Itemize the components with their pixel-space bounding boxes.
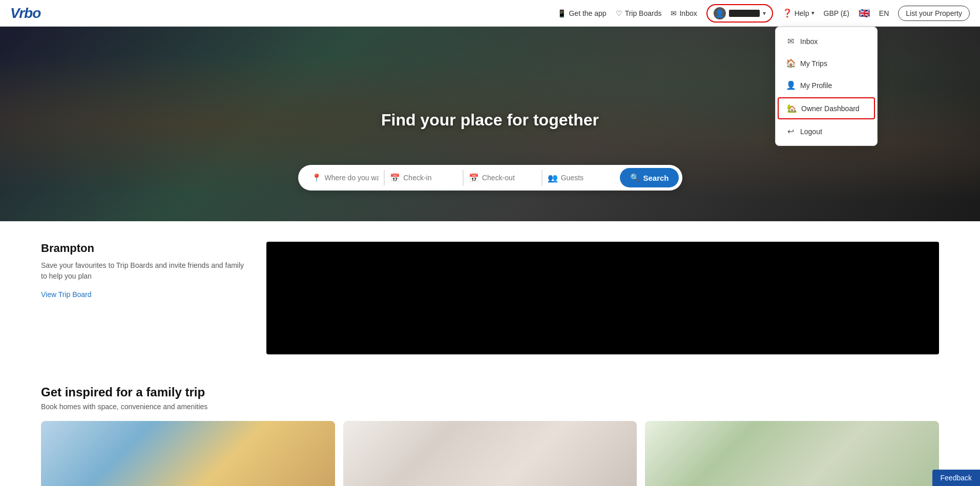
get-app-link[interactable]: 📱 Get the app: [557, 9, 606, 17]
site-header: Vrbo 📱 Get the app ♡ Trip Boards ✉ Inbox…: [0, 0, 980, 27]
trip-board-text: Brampton Save your favourites to Trip Bo…: [41, 242, 246, 299]
inspiration-title: Get inspired for a family trip: [41, 385, 939, 399]
search-bar: 📍 📅 📅 👥 🔍 Search: [298, 165, 682, 191]
chevron-down-icon: ▾: [811, 10, 815, 16]
calendar-icon: 📅: [390, 173, 400, 183]
logout-icon: ↩: [786, 126, 795, 136]
property-card[interactable]: [343, 421, 637, 486]
checkin-input[interactable]: [403, 174, 457, 182]
trip-board-section: Brampton Save your favourites to Trip Bo…: [0, 221, 980, 375]
trip-board-image: [266, 242, 939, 354]
heart-icon: ♡: [616, 9, 622, 17]
avatar: 👤: [714, 7, 726, 19]
checkin-field[interactable]: 📅: [385, 170, 463, 186]
inspiration-section: Get inspired for a family trip Book home…: [0, 375, 980, 486]
guests-icon: 👥: [548, 173, 558, 183]
profile-name-masked: [729, 10, 760, 17]
header-nav: 📱 Get the app ♡ Trip Boards ✉ Inbox 👤 ▾ …: [557, 4, 970, 23]
phone-icon: 📱: [557, 9, 566, 17]
search-button[interactable]: 🔍 Search: [620, 168, 679, 187]
property-card[interactable]: [41, 421, 335, 486]
dropdown-my-trips[interactable]: 🏠 My Trips: [776, 52, 877, 74]
guests-field[interactable]: 👥: [543, 170, 620, 186]
feedback-button[interactable]: Feedback: [932, 470, 980, 486]
profile-icon: 👤: [786, 80, 795, 90]
calendar-icon: 📅: [469, 173, 479, 183]
inbox-link[interactable]: ✉ Inbox: [671, 9, 697, 17]
checkout-input[interactable]: [482, 174, 536, 182]
language-label[interactable]: EN: [879, 9, 889, 17]
inspiration-subtitle: Book homes with space, convenience and a…: [41, 403, 939, 411]
dropdown-owner-dashboard[interactable]: 🏡 Owner Dashboard: [778, 97, 875, 119]
trips-icon: 🏠: [786, 58, 795, 68]
help-circle-icon: ❓: [782, 8, 793, 18]
location-icon: 📍: [311, 173, 322, 183]
help-button[interactable]: ❓ Help ▾: [782, 8, 815, 18]
inbox-icon: ✉: [671, 9, 677, 17]
property-card-image: [343, 421, 637, 486]
profile-button[interactable]: 👤 ▾: [706, 4, 773, 23]
search-icon: 🔍: [630, 173, 640, 182]
view-trip-board-link[interactable]: View Trip Board: [41, 290, 92, 299]
hero-headline: Find your place for together: [381, 111, 599, 130]
property-card-image: [41, 421, 335, 486]
vrbo-logo[interactable]: Vrbo: [10, 5, 40, 22]
inbox-icon: ✉: [786, 36, 795, 46]
checkout-field[interactable]: 📅: [464, 170, 542, 186]
trip-board-content: Brampton Save your favourites to Trip Bo…: [41, 242, 939, 354]
property-card-image: [645, 421, 939, 486]
dropdown-logout[interactable]: ↩ Logout: [776, 120, 877, 142]
dashboard-icon: 🏡: [787, 103, 796, 113]
currency-selector[interactable]: GBP (£): [824, 9, 849, 17]
trip-boards-link[interactable]: ♡ Trip Boards: [616, 9, 662, 17]
dropdown-my-profile[interactable]: 👤 My Profile: [776, 74, 877, 96]
trip-board-description: Save your favourites to Trip Boards and …: [41, 260, 246, 282]
property-card[interactable]: [645, 421, 939, 486]
guests-input[interactable]: [561, 174, 615, 182]
destination-field[interactable]: 📍: [306, 170, 385, 186]
profile-dropdown: ✉ Inbox 🏠 My Trips 👤 My Profile 🏡 Owner …: [775, 27, 878, 146]
list-property-button[interactable]: List your Property: [898, 6, 970, 21]
property-cards-container: [41, 421, 939, 486]
destination-input[interactable]: [325, 174, 379, 182]
language-flag[interactable]: 🇬🇧: [859, 8, 870, 19]
trip-board-title: Brampton: [41, 242, 246, 255]
chevron-down-icon: ▾: [763, 10, 766, 17]
dropdown-inbox[interactable]: ✉ Inbox: [776, 30, 877, 52]
